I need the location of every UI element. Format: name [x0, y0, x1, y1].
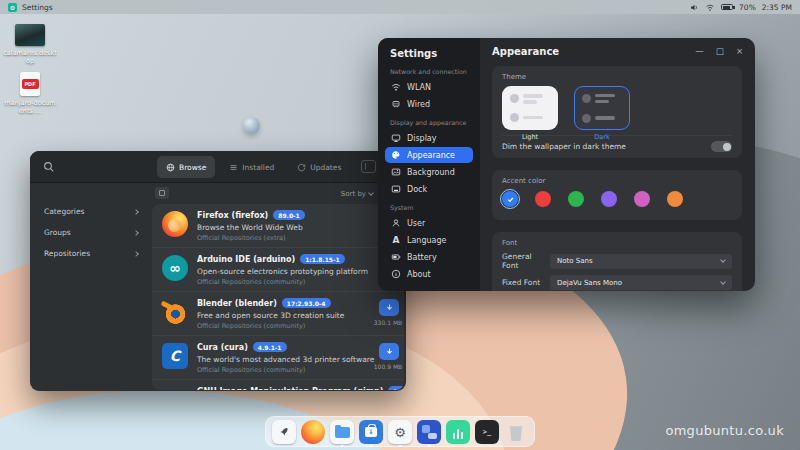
- battery-icon: [391, 252, 401, 262]
- topbar-status-area: 70% 2:35 PM: [690, 3, 792, 12]
- theme-option-light[interactable]: Light: [502, 86, 558, 141]
- display-icon: [391, 133, 401, 143]
- theme-option-dark[interactable]: Dark: [574, 86, 630, 141]
- check-icon: [506, 195, 515, 204]
- categories-label: Categories: [44, 207, 84, 216]
- wifi-icon[interactable]: [705, 3, 715, 12]
- tab-updates[interactable]: Updates: [288, 156, 350, 178]
- download-icon: [385, 347, 394, 356]
- version-badge: 4.9.1-1: [253, 342, 287, 352]
- file-manager-icon[interactable]: [330, 420, 354, 444]
- download-size: 330.1 MB: [372, 319, 404, 326]
- accent-swatch-green[interactable]: [568, 191, 584, 207]
- search-icon[interactable]: [43, 161, 55, 173]
- volume-icon[interactable]: [690, 3, 699, 12]
- accent-swatch-pink[interactable]: [634, 191, 650, 207]
- refresh-icon: [297, 163, 306, 172]
- settings-window-title: Settings: [390, 48, 473, 59]
- app-row-gimp[interactable]: GNU Image Manipulation Program (gimp) 2.…: [152, 380, 404, 390]
- sidebar-item-categories[interactable]: Categories: [30, 201, 152, 222]
- bag-glyph: ↓: [365, 427, 377, 437]
- item-label: Display: [407, 134, 437, 143]
- maximize-button[interactable]: □: [716, 46, 724, 56]
- settings-window: Settings Network and connection WLAN Wir…: [378, 38, 755, 291]
- rocket-glyph: [277, 425, 291, 439]
- settings-sidebar: Settings Network and connection WLAN Wir…: [378, 38, 480, 291]
- tab-installed[interactable]: Installed: [220, 156, 283, 178]
- launcher-icon[interactable]: [272, 420, 296, 444]
- app-row-blender[interactable]: Blender (blender) 17:2.93.0-4 Free and o…: [152, 292, 404, 336]
- terminal-icon[interactable]: >_: [475, 420, 499, 444]
- app-row-cura[interactable]: C Cura (cura) 4.9.1-1 The world's most a…: [152, 336, 404, 380]
- download-button[interactable]: [379, 299, 399, 316]
- sidebar-item-language[interactable]: A Language: [385, 232, 473, 248]
- clock[interactable]: 2:35 PM: [762, 3, 792, 12]
- software-center-window: Browse Installed Updates Categories Grou…: [30, 151, 406, 391]
- item-label: Language: [407, 236, 446, 245]
- app-row-firefox[interactable]: Firefox (firefox) 89.0-1 Browse the Worl…: [152, 204, 404, 248]
- app-description: Browse the World Wide Web: [197, 223, 305, 232]
- battery-icon[interactable]: [721, 4, 733, 10]
- accent-color-card: Accent color: [492, 170, 742, 220]
- firefox-icon[interactable]: [301, 420, 325, 444]
- system-monitor-icon[interactable]: [446, 420, 470, 444]
- panel-toggle-button[interactable]: [361, 160, 376, 173]
- tab-browse[interactable]: Browse: [157, 156, 215, 178]
- app-name: Arduino IDE (arduino): [197, 255, 295, 264]
- sidebar-item-groups[interactable]: Groups: [30, 222, 152, 243]
- item-label: User: [407, 219, 425, 228]
- app-row-arduino[interactable]: ∞ Arduino IDE (arduino) 1:1.8.15-1 Open-…: [152, 248, 404, 292]
- app-repo: Official Repositories (community): [197, 278, 368, 286]
- desktop-icon-label: calamares.desktop: [3, 49, 57, 66]
- version-badge: 1:1.8.15-1: [300, 254, 345, 264]
- fixed-font-value: DejaVu Sans Mono: [557, 279, 622, 287]
- desktop-icon-calamares[interactable]: calamares.desktop: [3, 24, 57, 66]
- download-size: 100.9 MB: [372, 363, 404, 370]
- general-font-select[interactable]: Noto Sans: [550, 254, 732, 269]
- accent-swatch-orange[interactable]: [667, 191, 683, 207]
- text-editor-icon[interactable]: [417, 420, 441, 444]
- fixed-font-select[interactable]: DejaVu Sans Mono: [550, 275, 732, 290]
- light-theme-preview: [502, 86, 558, 130]
- download-button[interactable]: [379, 343, 399, 360]
- tab-installed-label: Installed: [242, 163, 274, 172]
- app-repo: Official Repositories (community): [197, 366, 374, 374]
- topbar-app[interactable]: ⚙ Settings: [8, 3, 53, 12]
- download-icon: [385, 303, 394, 312]
- sidebar-item-repositories[interactable]: Repositories: [30, 243, 152, 264]
- sidebar-item-dock[interactable]: Dock: [385, 181, 473, 197]
- sidebar-item-appearance[interactable]: Appearance: [385, 147, 473, 163]
- settings-icon[interactable]: ⚙: [388, 420, 412, 444]
- trash-icon[interactable]: [504, 420, 528, 444]
- app-name: GNU Image Manipulation Program (gimp): [197, 387, 383, 391]
- sidebar-item-battery[interactable]: Battery: [385, 249, 473, 265]
- sidebar-item-about[interactable]: About: [385, 266, 473, 282]
- sidebar-item-wired[interactable]: Wired: [385, 96, 473, 112]
- desktop-icon-pdf[interactable]: PDF manjaro-documents ...: [3, 72, 57, 116]
- app-name: Cura (cura): [197, 343, 248, 352]
- dim-wallpaper-label: Dim the wallpaper in dark theme: [502, 142, 626, 151]
- cura-icon: C: [162, 343, 188, 369]
- sidebar-item-wlan[interactable]: WLAN: [385, 79, 473, 95]
- minimize-button[interactable]: —: [695, 46, 704, 56]
- accent-swatch-blue[interactable]: [502, 191, 518, 207]
- font-title: Font: [502, 239, 732, 247]
- accent-swatch-red[interactable]: [535, 191, 551, 207]
- close-button[interactable]: ×: [736, 46, 743, 56]
- sidebar-item-background[interactable]: Background: [385, 164, 473, 180]
- app-name: Blender (blender): [197, 299, 277, 308]
- item-label: About: [407, 270, 431, 279]
- sort-by-control[interactable]: Sort by: [341, 190, 373, 198]
- view-toggle-button[interactable]: [155, 187, 169, 199]
- app-list: Firefox (firefox) 89.0-1 Browse the Worl…: [152, 204, 404, 390]
- version-badge: 17:2.93.0-4: [282, 298, 331, 308]
- item-label: Appearance: [407, 151, 455, 160]
- dim-wallpaper-toggle[interactable]: [711, 141, 732, 152]
- app-store-icon[interactable]: ↓: [359, 420, 383, 444]
- sidebar-item-user[interactable]: User: [385, 215, 473, 231]
- software-sidebar: Categories Groups Repositories: [30, 184, 152, 264]
- section-header: System: [390, 204, 468, 211]
- accent-swatch-purple[interactable]: [601, 191, 617, 207]
- wifi-icon: [391, 82, 401, 92]
- sidebar-item-display[interactable]: Display: [385, 130, 473, 146]
